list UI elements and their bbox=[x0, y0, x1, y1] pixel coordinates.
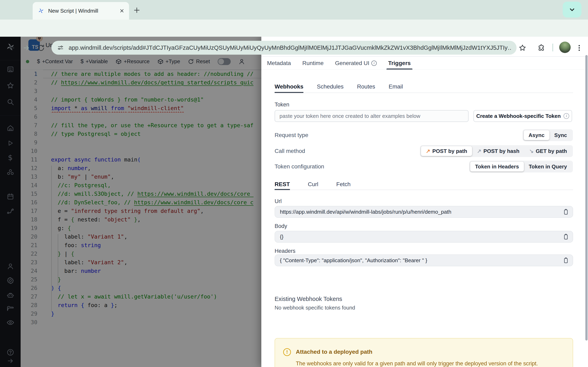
option-label: Async bbox=[528, 132, 545, 138]
warning-text: The webhooks are only valid for a given … bbox=[296, 360, 538, 367]
token-config-label: Token configuration bbox=[275, 163, 324, 170]
token-input[interactable] bbox=[275, 110, 468, 122]
url-text: app.windmill.dev/scripts/add#JTdCJTIyaGF… bbox=[69, 44, 511, 51]
bookmark-star-icon[interactable] bbox=[519, 44, 526, 52]
reload-icon[interactable] bbox=[37, 44, 45, 52]
tab-label: Runtime bbox=[302, 60, 324, 67]
extensions-icon[interactable] bbox=[537, 44, 545, 52]
tab-label: Schedules bbox=[317, 83, 344, 90]
webhook-url-value: https://app.windmill.dev/api/w/windmill-… bbox=[280, 209, 451, 215]
tab-runtime[interactable]: Runtime bbox=[302, 57, 324, 69]
modal-overlay[interactable] bbox=[0, 37, 261, 367]
token-config-row: Token configuration Token in HeadersToke… bbox=[275, 161, 573, 173]
arrow-up-right-icon: ↗ bbox=[426, 148, 430, 154]
create-webhook-token-button[interactable]: Create a Webhook-specific Token i bbox=[474, 110, 572, 122]
tab-close-icon[interactable] bbox=[119, 8, 125, 13]
headers-field[interactable]: { "Content-Type": "application/json", "A… bbox=[275, 254, 573, 266]
call-method-label: Call method bbox=[275, 148, 305, 154]
scrollbar-thumb[interactable] bbox=[585, 55, 588, 341]
arrow-down-right-icon: ↘ bbox=[529, 148, 534, 154]
headers-label: Headers bbox=[275, 248, 295, 254]
info-icon: i bbox=[371, 60, 377, 66]
tab-label: Fetch bbox=[336, 181, 351, 188]
tab-rest[interactable]: REST bbox=[275, 179, 290, 190]
option-label: POST by hash bbox=[484, 148, 519, 154]
body-value: {} bbox=[280, 234, 283, 240]
body-field[interactable]: {} bbox=[275, 231, 573, 243]
browser-chrome: New Script | Windmill app.windmill.dev/s… bbox=[0, 0, 588, 37]
warning-title: Attached to a deployed path bbox=[296, 349, 372, 355]
info-icon: i bbox=[563, 113, 569, 119]
option-label: POST by path bbox=[432, 148, 467, 154]
tab-label: Metadata bbox=[267, 60, 291, 67]
chevron-down-button[interactable] bbox=[563, 2, 581, 17]
deployed-path-warning: ! Attached to a deployed path The webhoo… bbox=[275, 338, 573, 367]
tab-label: Triggers bbox=[388, 60, 411, 67]
body-label: Body bbox=[275, 223, 287, 229]
option-sync[interactable]: Sync bbox=[549, 130, 572, 140]
tab-metadata[interactable]: Metadata bbox=[267, 57, 291, 69]
trigger-type-tabs: WebhooksSchedulesRoutesEmail bbox=[275, 81, 573, 93]
headers-value: { "Content-Type": "application/json", "A… bbox=[280, 257, 427, 264]
tab-label: REST bbox=[275, 181, 290, 188]
option-post-by-path[interactable]: ↗POST by path bbox=[421, 146, 472, 156]
profile-avatar[interactable] bbox=[559, 42, 571, 53]
existing-tokens-title: Existing Webhook Tokens bbox=[275, 296, 342, 302]
tab-generated-ui[interactable]: Generated UIi bbox=[335, 57, 377, 69]
option-async[interactable]: Async bbox=[524, 130, 549, 140]
tab-routes[interactable]: Routes bbox=[357, 81, 375, 92]
toolbar-divider bbox=[553, 44, 553, 51]
copy-clipboard-icon[interactable] bbox=[562, 234, 569, 240]
request-type-segmented: AsyncSync bbox=[523, 129, 573, 141]
create-webhook-token-label: Create a Webhook-specific Token bbox=[476, 113, 561, 119]
address-bar[interactable]: app.windmill.dev/scripts/add#JTdCJTIyaGF… bbox=[52, 41, 517, 55]
settings-tabs: MetadataRuntimeGenerated UIiTriggers bbox=[261, 56, 588, 70]
tab-schedules[interactable]: Schedules bbox=[317, 81, 344, 92]
existing-tokens-empty: No webhook specific tokens found bbox=[275, 305, 355, 311]
webhook-url-field[interactable]: https://app.windmill.dev/api/w/windmill-… bbox=[275, 206, 573, 218]
call-method-segmented: ↗POST by path↗POST by hash↘GET by path bbox=[420, 145, 573, 157]
request-type-row: Request type AsyncSync bbox=[275, 129, 573, 141]
request-type-label: Request type bbox=[275, 132, 308, 138]
triggers-panel: WebhooksSchedulesRoutesEmail Token Creat… bbox=[275, 70, 573, 367]
copy-clipboard-icon[interactable] bbox=[562, 209, 569, 215]
call-method-row: Call method ↗POST by path↗POST by hash↘G… bbox=[275, 145, 573, 157]
url-label: Url bbox=[275, 198, 282, 205]
tab-triggers[interactable]: Triggers bbox=[388, 57, 411, 69]
tab-label: Routes bbox=[357, 83, 375, 90]
arrow-up-right-icon: ↗ bbox=[477, 148, 481, 154]
new-tab-icon[interactable] bbox=[133, 6, 141, 14]
forward-icon[interactable] bbox=[22, 44, 30, 52]
option-label: Sync bbox=[554, 132, 567, 138]
option-token-in-query[interactable]: Token in Query bbox=[524, 162, 572, 171]
site-settings-icon[interactable] bbox=[57, 44, 64, 51]
option-label: Token in Headers bbox=[475, 164, 519, 170]
tab-label: Email bbox=[389, 83, 403, 90]
copy-clipboard-icon[interactable] bbox=[562, 257, 569, 264]
option-get-by-path[interactable]: ↘GET by path bbox=[524, 146, 572, 156]
url-toolbar: app.windmill.dev/scripts/add#JTdCJTIyaGF… bbox=[0, 20, 588, 37]
option-token-in-headers[interactable]: Token in Headers bbox=[470, 162, 524, 171]
browser-tab[interactable]: New Script | Windmill bbox=[33, 2, 129, 20]
tab-curl[interactable]: Curl bbox=[308, 179, 318, 190]
tab-fetch[interactable]: Fetch bbox=[336, 179, 351, 190]
windmill-favicon bbox=[38, 8, 44, 14]
tab-title: New Script | Windmill bbox=[48, 8, 119, 14]
tab-email[interactable]: Email bbox=[389, 81, 403, 92]
token-label: Token bbox=[275, 101, 289, 108]
alert-circle-icon: ! bbox=[283, 348, 291, 356]
back-icon[interactable] bbox=[8, 44, 16, 52]
tab-strip: New Script | Windmill bbox=[0, 0, 588, 20]
tab-label: Webhooks bbox=[275, 83, 303, 90]
tab-label: Curl bbox=[308, 181, 318, 188]
snippet-language-tabs: RESTCurlFetch bbox=[275, 179, 573, 190]
tab-webhooks[interactable]: Webhooks bbox=[275, 81, 303, 92]
token-config-segmented: Token in HeadersToken in Query bbox=[469, 161, 573, 173]
browser-menu-icon[interactable] bbox=[575, 44, 583, 52]
option-label: Token in Query bbox=[529, 164, 567, 170]
tab-label: Generated UI bbox=[335, 60, 369, 67]
settings-drawer: Settings MetadataRuntimeGenerated UIiTri… bbox=[261, 37, 588, 367]
option-label: GET by path bbox=[536, 148, 567, 154]
option-post-by-hash[interactable]: ↗POST by hash bbox=[472, 146, 524, 156]
